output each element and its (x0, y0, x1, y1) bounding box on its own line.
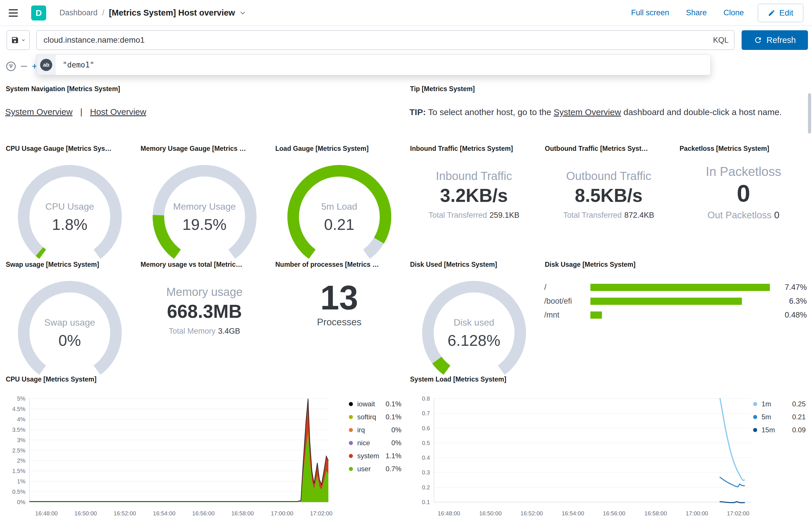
header-actions: Full screen Share Clone Edit (614, 4, 803, 22)
pencil-icon (768, 9, 775, 17)
metric-label: In Packetloss (679, 164, 808, 179)
space-avatar[interactable]: D (31, 5, 46, 20)
panel-title[interactable]: Tip [Metrics System] (410, 84, 808, 93)
svg-text:16:48:00: 16:48:00 (35, 510, 58, 517)
svg-text:16:54:00: 16:54:00 (561, 510, 584, 517)
panel-title[interactable]: Memory usage vs total [Metric… (140, 260, 269, 269)
panel-title[interactable]: Swap usage [Metrics System] (6, 260, 134, 269)
filter-icon[interactable] (6, 61, 16, 72)
svg-text:16:56:00: 16:56:00 (603, 510, 625, 517)
query-text[interactable]: cloud.instance.name:demo1 (44, 36, 708, 45)
host-overview-link[interactable]: Host Overview (90, 107, 146, 117)
svg-text:16:52:00: 16:52:00 (520, 510, 543, 517)
disk-usage-bars: /7.47%/boot/efi6.3%/mnt0.48% (544, 280, 808, 322)
tip-text-before: To select another host, go to the (426, 107, 554, 117)
edit-button[interactable]: Edit (758, 4, 803, 22)
panel-title[interactable]: Inbound Traffic [Metrics System] (410, 144, 538, 153)
full-screen-link[interactable]: Full screen (631, 8, 669, 17)
panel-title[interactable]: Memory Usage Gauge [Metrics … (140, 144, 269, 153)
svg-text:3%: 3% (17, 437, 25, 443)
refresh-button[interactable]: Refresh (741, 30, 808, 50)
svg-text:0.5: 0.5 (422, 440, 430, 446)
panel-title[interactable]: System Load [Metrics System] (410, 375, 808, 384)
legend-series-value: 0.1% (385, 400, 401, 408)
legend-item[interactable]: softirq0.1% (349, 410, 401, 423)
tip-text-after: dashboard and double-click a host name. (621, 107, 782, 117)
metric-label: Inbound Traffic (410, 169, 538, 183)
bar-value-label: 7.47% (770, 283, 807, 292)
packetloss-metric: In Packetloss 0 Out Packetloss0 (679, 164, 808, 221)
svg-text:17:02:00: 17:02:00 (727, 510, 749, 517)
legend-item[interactable]: irq0% (349, 423, 401, 436)
panel-title[interactable]: Disk Usage [Metrics System] (545, 260, 808, 269)
legend-item[interactable]: 15m0.09 (753, 423, 806, 436)
share-link[interactable]: Share (686, 8, 707, 17)
legend-series-name: user (357, 465, 371, 473)
legend-series-value: 1.1% (385, 452, 401, 460)
panel-title[interactable]: Outbound Traffic [Metrics Syst… (545, 144, 673, 153)
menu-icon[interactable] (9, 7, 21, 19)
metric-sub-label: Total Memory (169, 327, 216, 336)
svg-text:0.4: 0.4 (422, 455, 430, 461)
breadcrumb-separator: / (102, 8, 104, 17)
panel-title[interactable]: Disk Used [Metrics System] (410, 260, 538, 269)
tip-text: TIP: To select another host, go to the S… (410, 105, 797, 119)
svg-text:2.5%: 2.5% (12, 447, 25, 454)
panel-title[interactable]: Number of processes [Metrics … (275, 260, 404, 269)
panel-title[interactable]: Packetloss [Metrics System] (679, 144, 808, 153)
chevron-down-icon[interactable] (239, 9, 246, 17)
metric-value: 3.2KB/s (410, 185, 538, 206)
panel-title[interactable]: System Navigation [Metrics System] (6, 84, 404, 93)
legend-series-name: nice (357, 439, 370, 447)
gauge-label: Disk used (416, 317, 532, 328)
legend-series-value: 0.7% (385, 465, 401, 473)
system-overview-link[interactable]: System Overview (5, 107, 73, 117)
query-language-toggle[interactable]: KQL (708, 31, 734, 49)
chevron-down-icon (21, 38, 26, 42)
cpu-usage-legend: iowait0.1%softirq0.1%irq0%nice0%system1.… (349, 397, 401, 475)
bar-value-label: 6.3% (770, 297, 807, 306)
load-gauge: 5m Load 0.21 (282, 161, 397, 269)
gauge-value: 0.21 (282, 216, 397, 233)
bar-category-label: /mnt (544, 310, 590, 320)
breadcrumb: Dashboard / [Metrics System] Host overvi… (59, 8, 246, 18)
svg-text:4%: 4% (17, 416, 25, 422)
panel-title[interactable]: CPU Usage [Metrics System] (6, 375, 404, 384)
link-separator: | (80, 107, 82, 117)
swap-usage-gauge: Swap usage 0% (12, 277, 127, 385)
panel-title[interactable]: CPU Usage Gauge [Metrics Sys… (6, 144, 134, 153)
legend-item[interactable]: 1m0.25 (753, 397, 806, 410)
legend-series-name: system (357, 452, 379, 460)
metric-value: 0 (679, 179, 808, 207)
suggestion-item[interactable]: "demo1" (63, 61, 94, 69)
panel-outbound-traffic: Outbound Traffic [Metrics Syst… Outbound… (544, 142, 673, 255)
panel-memory-usage-gauge: Memory Usage Gauge [Metrics … Memory Usa… (140, 142, 269, 255)
svg-text:16:56:00: 16:56:00 (192, 510, 215, 517)
gauge-value: 6.128% (416, 332, 532, 349)
svg-text:16:50:00: 16:50:00 (479, 510, 502, 517)
legend-item[interactable]: nice0% (349, 436, 401, 449)
tip-system-overview-link[interactable]: System Overview (554, 107, 621, 117)
legend-item[interactable]: system1.1% (349, 449, 401, 462)
metric-sub-label: Out Packetloss (708, 210, 772, 220)
bar-fill[interactable] (590, 298, 742, 305)
legend-series-value: 0.21 (792, 413, 806, 421)
legend-item[interactable]: user0.7% (349, 462, 401, 475)
svg-text:17:00:00: 17:00:00 (686, 510, 708, 517)
query-input[interactable]: cloud.instance.name:demo1 KQL (36, 30, 734, 50)
svg-text:1.5%: 1.5% (12, 468, 25, 474)
gauge-label: 5m Load (282, 201, 397, 212)
panel-inbound-traffic: Inbound Traffic [Metrics System] Inbound… (410, 142, 538, 255)
clone-link[interactable]: Clone (724, 8, 744, 17)
bar-category-label: /boot/efi (544, 297, 590, 306)
scrollbar-thumb[interactable] (808, 93, 811, 134)
bar-fill[interactable] (590, 312, 602, 319)
legend-item[interactable]: iowait0.1% (349, 397, 401, 410)
saved-query-menu-button[interactable] (7, 30, 30, 50)
panel-title[interactable]: Load Gauge [Metrics System] (275, 144, 404, 153)
bar-fill[interactable] (590, 284, 770, 291)
legend-item[interactable]: 5m0.21 (753, 410, 806, 423)
gauge-value: 0% (12, 332, 127, 349)
bar-value-label: 0.48% (770, 310, 807, 320)
breadcrumb-dashboard[interactable]: Dashboard (59, 8, 98, 17)
